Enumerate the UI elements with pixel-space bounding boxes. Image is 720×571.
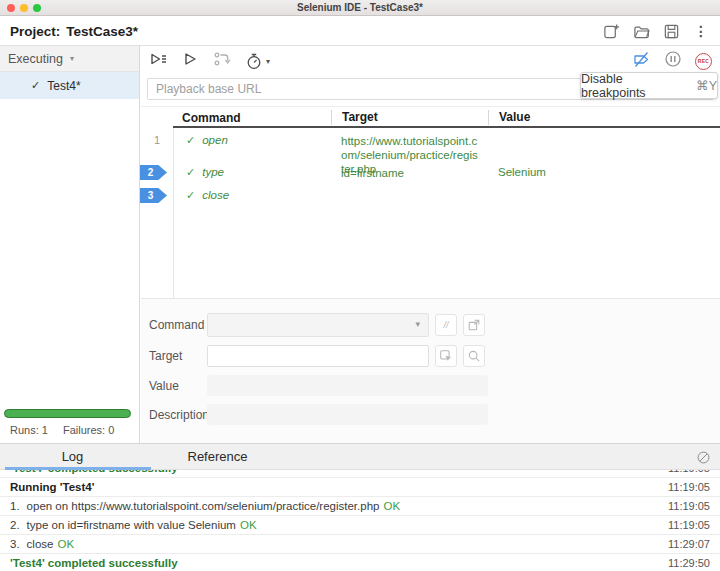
gutter-divider (173, 128, 174, 298)
value-cell[interactable]: Selenium (488, 161, 720, 184)
runs-count: Runs: 1 (10, 424, 48, 436)
save-project-icon[interactable] (662, 22, 680, 40)
minimize-window-button[interactable] (20, 4, 28, 12)
command-passed-check-icon: ✓ (186, 166, 195, 179)
command-table-header: Command Target Value (141, 107, 720, 128)
step-over-button[interactable] (213, 50, 231, 72)
test-passed-check-icon: ✓ (31, 79, 40, 92)
log-timestamp: 11:29:07 (668, 538, 710, 550)
test-name: Test4* (47, 79, 80, 93)
chevron-down-icon: ▾ (266, 57, 270, 66)
command-passed-check-icon: ✓ (186, 189, 195, 202)
tab-reference[interactable]: Reference (145, 444, 290, 469)
test-progress-bar (4, 409, 131, 418)
command-passed-check-icon: ✓ (186, 134, 195, 147)
value-input[interactable] (207, 375, 488, 396)
row-number[interactable]: 1 (141, 128, 173, 161)
run-current-test-button[interactable] (181, 50, 199, 72)
log-panel: Log Reference 'Test4' completed successf… (0, 443, 720, 571)
log-entry: Running 'Test4' 11:19:05 (0, 478, 720, 497)
tests-sidebar: Executing ▾ ✓ Test4* Runs: 1 Failures: 0 (0, 46, 140, 443)
disable-breakpoints-tooltip: Disable breakpoints ⌘Y (580, 72, 718, 99)
tab-log[interactable]: Log (0, 444, 145, 469)
command-field-label: Command (149, 318, 207, 332)
table-row[interactable]: 1 ✓ open https://www.tutorialspoint.com/… (141, 128, 720, 161)
description-input[interactable] (207, 404, 488, 425)
clear-log-icon[interactable] (694, 448, 712, 466)
titlebar: Selenium IDE - TestCase3* (0, 0, 720, 16)
target-cell[interactable]: id=firstname (331, 161, 488, 184)
open-new-window-icon[interactable] (463, 314, 485, 336)
value-cell[interactable] (488, 184, 720, 207)
row-number[interactable]: 3 (141, 184, 173, 207)
command-cell[interactable]: close (202, 189, 229, 201)
project-title: Project: TestCase3* (10, 24, 138, 39)
value-field-label: Value (149, 379, 207, 393)
project-label: Project: (10, 24, 60, 39)
failures-count: Failures: 0 (63, 424, 114, 436)
column-header-target[interactable]: Target (331, 110, 488, 125)
target-input[interactable] (207, 345, 429, 367)
run-stats: Runs: 1 Failures: 0 (10, 424, 114, 436)
table-row[interactable]: 2 ✓ type id=firstname Selenium (141, 161, 720, 184)
command-cell[interactable]: open (202, 134, 228, 146)
log-timestamp: 11:29:50 (668, 557, 710, 569)
tests-dropdown-label: Executing (8, 52, 63, 66)
tooltip-shortcut: ⌘Y (696, 78, 717, 93)
table-row[interactable]: 3 ✓ close (141, 184, 720, 207)
log-timestamp: 11:19:05 (668, 481, 710, 493)
log-entry: 2. type on id=firstname with value Selen… (0, 516, 720, 535)
open-project-icon[interactable] (632, 22, 650, 40)
project-name: TestCase3* (66, 24, 138, 39)
row-number[interactable]: 2 (141, 161, 173, 184)
column-header-command[interactable]: Command (173, 111, 331, 125)
zoom-window-button[interactable] (33, 4, 41, 12)
value-cell[interactable] (488, 128, 720, 161)
command-cell[interactable]: type (202, 166, 224, 178)
log-entry: 'Test4' completed successfully 11:29:50 (0, 554, 720, 571)
target-cell[interactable]: https://www.tutorialspoint.com/selenium/… (331, 128, 488, 161)
log-entry: 1. open on https://www.tutorialspoint.co… (0, 497, 720, 516)
chevron-down-icon: ▾ (70, 54, 74, 63)
log-tabbar: Log Reference (0, 444, 720, 470)
breakpoint-badge[interactable]: 2 (140, 165, 167, 180)
main-panel: ▾ REC Command Target Value (141, 46, 720, 443)
log-timestamp: 11:19:05 (668, 519, 710, 531)
pause-on-exceptions-button[interactable] (664, 50, 682, 72)
window-controls[interactable] (7, 4, 41, 12)
tooltip-text: Disable breakpoints (581, 72, 688, 100)
log-timestamp: 11:19:05 (668, 500, 710, 512)
record-button[interactable]: REC (695, 53, 712, 70)
new-project-icon[interactable] (602, 22, 620, 40)
chevron-down-icon: ▾ (415, 319, 420, 329)
search-icon[interactable] (463, 345, 485, 367)
tests-dropdown[interactable]: Executing ▾ (0, 46, 139, 72)
breakpoint-badge[interactable]: 3 (140, 188, 167, 203)
command-table-body: 1 ✓ open https://www.tutorialspoint.com/… (141, 128, 720, 298)
sidebar-item-test4[interactable]: ✓ Test4* (0, 72, 139, 99)
close-window-button[interactable] (7, 4, 15, 12)
select-element-icon[interactable] (435, 345, 457, 367)
comment-toggle-button[interactable]: // (435, 314, 457, 336)
execution-speed-button[interactable]: ▾ (245, 52, 270, 70)
selenium-ide-window: Selenium IDE - TestCase3* Project: TestC… (0, 0, 720, 571)
description-field-label: Description (149, 408, 207, 422)
disable-breakpoints-button[interactable] (632, 50, 651, 73)
log-entry: 3. close OK 11:29:07 (0, 535, 720, 554)
kebab-menu-icon[interactable]: ⋮ (692, 22, 710, 40)
target-field-label: Target (149, 349, 207, 363)
project-bar: Project: TestCase3* ⋮ (0, 17, 720, 46)
run-all-tests-button[interactable] (149, 50, 167, 72)
column-header-value[interactable]: Value (488, 110, 720, 125)
target-cell[interactable] (331, 184, 488, 207)
log-list: 'Test4' completed successfully 11:19:05 … (0, 459, 720, 571)
command-select[interactable]: ▾ (207, 313, 429, 337)
window-title: Selenium IDE - TestCase3* (0, 0, 720, 16)
command-edit-form: Command ▾ // Target Valu (141, 298, 720, 443)
